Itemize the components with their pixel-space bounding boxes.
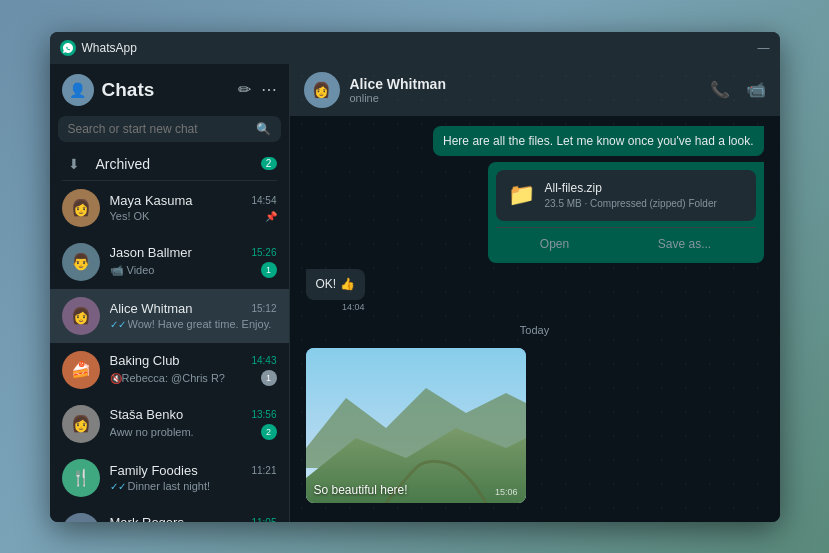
message-bubble-1: Here are all the files. Let me know once… — [433, 126, 763, 157]
avatar-family: 🍴 — [62, 459, 100, 497]
message-bubble-2: 📁 All-files.zip 23.5 MB · Compressed (zi… — [488, 162, 764, 263]
save-button[interactable]: Save as... — [638, 234, 731, 255]
chat-name-family: Family Foodies — [110, 463, 198, 478]
chat-info-maya: Maya Kasuma 14:54 Yes! OK 📌 — [110, 193, 277, 222]
chat-badge-baking: 1 — [261, 370, 277, 386]
sidebar-header-left: 👤 Chats — [62, 74, 155, 106]
message-time-3: 14:04 — [306, 302, 365, 312]
chat-info-stasa: Staša Benko 13:56 Aww no problem. 2 — [110, 407, 277, 440]
contact-info: Alice Whitman online — [350, 76, 700, 104]
muted-icon-baking: 🔇 — [110, 373, 122, 384]
chat-time-family: 11:21 — [251, 465, 276, 476]
avatar-stasa: 👩 — [62, 405, 100, 443]
chat-name-jason: Jason Ballmer — [110, 245, 192, 260]
chat-preview-maya: Yes! OK — [110, 210, 265, 222]
avatar-alice: 👩 — [62, 297, 100, 335]
menu-button[interactable]: ⋯ — [261, 80, 277, 99]
photo-placeholder: So beautiful here! 15:06 — [306, 348, 526, 503]
chat-badge-jason: 1 — [261, 262, 277, 278]
chat-item-baking[interactable]: 🍰 Baking Club 14:43 🔇 Rebecca: @Chris R?… — [50, 343, 289, 397]
chat-info-alice: Alice Whitman 15:12 ✓✓ Wow! Have great t… — [110, 301, 277, 330]
title-bar: WhatsApp — — [50, 32, 780, 64]
message-2: 📁 All-files.zip 23.5 MB · Compressed (zi… — [488, 162, 764, 263]
message-text-3: OK! 👍 — [316, 277, 355, 291]
chat-messages: Here are all the files. Let me know once… — [290, 116, 780, 522]
video-preview-jason: 📹 Video — [110, 264, 257, 277]
sidebar: 👤 Chats ✏ ⋯ 🔍 ⬇ Archived 2 — [50, 64, 290, 522]
file-attachment: 📁 All-files.zip 23.5 MB · Compressed (zi… — [496, 170, 756, 221]
new-chat-button[interactable]: ✏ — [238, 80, 251, 99]
chat-item-alice[interactable]: 👩 Alice Whitman 15:12 ✓✓ Wow! Have great… — [50, 289, 289, 343]
search-icon: 🔍 — [256, 122, 271, 136]
photo-message: So beautiful here! 15:06 — [306, 348, 526, 503]
chat-item-stasa[interactable]: 👩 Staša Benko 13:56 Aww no problem. 2 — [50, 397, 289, 451]
chat-preview-alice: Wow! Have great time. Enjoy. — [128, 318, 277, 330]
chat-time-mark: 11:05 — [251, 517, 276, 522]
open-button[interactable]: Open — [520, 234, 589, 255]
photo-caption-text: So beautiful here! — [314, 483, 408, 497]
minimize-button[interactable]: — — [758, 41, 770, 55]
sidebar-title: Chats — [102, 79, 155, 101]
read-ticks-alice: ✓✓ — [110, 319, 126, 330]
file-icon: 📁 — [508, 180, 535, 211]
archive-icon: ⬇ — [62, 156, 86, 172]
avatar-mark: 👨 — [62, 513, 100, 522]
contact-name: Alice Whitman — [350, 76, 700, 92]
photo-caption-time: 15:06 — [495, 487, 518, 497]
avatar-baking: 🍰 — [62, 351, 100, 389]
chat-preview-family: Dinner last night! — [128, 480, 277, 492]
chat-name-maya: Maya Kasuma — [110, 193, 193, 208]
chat-time-alice: 15:12 — [251, 303, 276, 314]
chat-time-baking: 14:43 — [251, 355, 276, 366]
archived-label: Archived — [96, 156, 251, 172]
chat-list: 👩 Maya Kasuma 14:54 Yes! OK 📌 — [50, 181, 289, 522]
archived-row[interactable]: ⬇ Archived 2 — [50, 148, 289, 180]
chat-time-maya: 14:54 — [251, 195, 276, 206]
sidebar-header-actions: ✏ ⋯ — [238, 80, 277, 99]
search-input[interactable] — [68, 122, 248, 136]
chat-info-baking: Baking Club 14:43 🔇 Rebecca: @Chris R? 1 — [110, 353, 277, 386]
chat-item-jason[interactable]: 👨 Jason Ballmer 15:26 📹 Video 1 — [50, 235, 289, 289]
app-window: WhatsApp — 👤 Chats ✏ ⋯ 🔍 — [50, 32, 780, 522]
chat-preview-jason: 📹 Video — [110, 264, 257, 277]
chat-header: 👩 Alice Whitman online 📞 📹 — [290, 64, 780, 116]
chat-preview-baking: Rebecca: @Chris R? — [122, 372, 257, 384]
app-title: WhatsApp — [82, 41, 758, 55]
main-content: 👤 Chats ✏ ⋯ 🔍 ⬇ Archived 2 — [50, 64, 780, 522]
file-actions: Open Save as... — [496, 227, 756, 255]
chat-preview-stasa: Aww no problem. — [110, 426, 257, 438]
avatar-maya: 👩 — [62, 189, 100, 227]
chat-item-family[interactable]: 🍴 Family Foodies 11:21 ✓✓ Dinner last ni… — [50, 451, 289, 505]
message-1: Here are all the files. Let me know once… — [433, 126, 763, 157]
chat-time-stasa: 13:56 — [251, 409, 276, 420]
photo-caption: So beautiful here! 15:06 — [314, 483, 518, 497]
date-separator: Today — [306, 324, 764, 336]
search-bar: 🔍 — [58, 116, 281, 142]
chat-time-jason: 15:26 — [251, 247, 276, 258]
chat-item-mark[interactable]: 👨 Mark Rogers 11:05 Nope, I can't go unf… — [50, 505, 289, 522]
read-ticks-family: ✓✓ — [110, 481, 126, 492]
file-meta: 23.5 MB · Compressed (zipped) Folder — [545, 197, 744, 211]
avatar-jason: 👨 — [62, 243, 100, 281]
message-4: So beautiful here! 15:06 — [306, 348, 526, 503]
message-bubble-3: OK! 👍 — [306, 269, 365, 300]
user-avatar[interactable]: 👤 — [62, 74, 94, 106]
app-icon — [60, 40, 76, 56]
contact-avatar: 👩 — [304, 72, 340, 108]
pin-icon-maya: 📌 — [265, 211, 277, 222]
message-text-1: Here are all the files. Let me know once… — [443, 134, 753, 148]
chat-name-alice: Alice Whitman — [110, 301, 193, 316]
chat-area: 👩 Alice Whitman online 📞 📹 Here are all … — [290, 64, 780, 522]
sidebar-header: 👤 Chats ✏ ⋯ — [50, 64, 289, 112]
archived-badge: 2 — [261, 157, 277, 170]
contact-status: online — [350, 92, 700, 104]
chat-info-mark: Mark Rogers 11:05 Nope, I can't go unfor… — [110, 515, 277, 522]
chat-item-maya[interactable]: 👩 Maya Kasuma 14:54 Yes! OK 📌 — [50, 181, 289, 235]
message-3: OK! 👍 14:04 — [306, 269, 365, 312]
file-info: All-files.zip 23.5 MB · Compressed (zipp… — [545, 180, 744, 211]
chat-name-stasa: Staša Benko — [110, 407, 184, 422]
chat-header-actions: 📞 📹 — [710, 80, 766, 99]
chat-info-family: Family Foodies 11:21 ✓✓ Dinner last nigh… — [110, 463, 277, 492]
voice-call-button[interactable]: 📞 — [710, 80, 730, 99]
video-call-button[interactable]: 📹 — [746, 80, 766, 99]
